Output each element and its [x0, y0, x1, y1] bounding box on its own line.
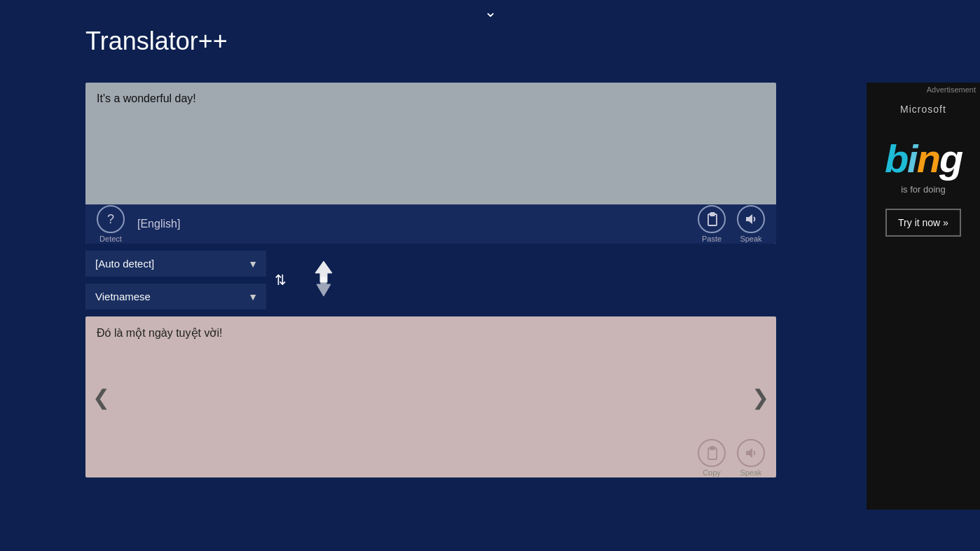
paste-label: Paste — [702, 235, 722, 243]
paste-icon — [698, 205, 726, 233]
bing-tagline: is for doing — [901, 184, 946, 209]
svg-marker-5 — [746, 448, 752, 458]
detect-icon: ? — [97, 205, 125, 233]
svg-marker-2 — [746, 214, 752, 224]
bing-logo: bing — [885, 122, 962, 184]
translate-arrow-icon — [303, 258, 345, 302]
copy-button[interactable]: Copy — [698, 439, 726, 477]
swap-icon: ⇅ — [275, 272, 287, 288]
ad-panel: Advertisement Microsoft bing is for doin… — [867, 83, 980, 510]
translation-bottom-bar: Copy Speak — [85, 438, 776, 477]
speak-button-translation[interactable]: Speak — [737, 439, 765, 477]
try-it-now-button[interactable]: Try it now » — [885, 209, 961, 237]
source-text: It's a wonderful day! — [97, 92, 196, 105]
swap-languages-button[interactable]: ⇅ — [266, 266, 294, 294]
try-it-now-label: Try it now » — [898, 217, 948, 228]
speak-icon-translation — [737, 439, 765, 467]
next-translation-button[interactable]: ❯ — [752, 385, 769, 410]
source-lang-wrapper: [Auto detect] English French Spanish ▼ — [85, 251, 266, 277]
chevron-down-icon[interactable]: ⌄ — [484, 3, 497, 21]
detect-label: Detect — [99, 235, 122, 243]
speak-label-source: Speak — [740, 235, 761, 243]
detected-language: [English] — [137, 218, 180, 230]
speak-icon-source — [737, 205, 765, 233]
lang-controls: [Auto detect] English French Spanish ▼ V… — [85, 251, 776, 309]
target-lang-wrapper: Vietnamese English French Spanish ▼ — [85, 284, 266, 309]
translation-text: Đó là một ngày tuyệt vời! — [97, 326, 222, 340]
ms-logo: Microsoft — [900, 104, 946, 115]
target-lang-select[interactable]: Vietnamese English French Spanish — [85, 284, 266, 309]
prev-translation-button[interactable]: ❮ — [92, 385, 110, 410]
copy-icon — [698, 439, 726, 467]
source-lang-select[interactable]: [Auto detect] English French Spanish — [85, 251, 266, 277]
main-content: It's a wonderful day! ? Detect [English]… — [85, 83, 856, 477]
speak-label-translation: Speak — [740, 468, 761, 477]
copy-label: Copy — [703, 468, 721, 477]
source-actions: Paste Speak — [698, 205, 765, 243]
paste-button[interactable]: Paste — [698, 205, 726, 243]
source-bottom-bar: ? Detect [English] Paste — [85, 204, 776, 244]
detect-button[interactable]: ? Detect — [97, 205, 125, 243]
app-title: Translator++ — [85, 27, 228, 56]
ms-logo-area: Microsoft — [900, 97, 946, 122]
translation-panel: Đó là một ngày tuyệt vời! ❮ ❯ Copy — [85, 316, 776, 477]
speak-button-source[interactable]: Speak — [737, 205, 765, 243]
source-panel: It's a wonderful day! ? Detect [English]… — [85, 83, 776, 244]
ad-label: Advertisement — [927, 85, 980, 94]
lang-selectors: [Auto detect] English French Spanish ▼ V… — [85, 251, 266, 309]
